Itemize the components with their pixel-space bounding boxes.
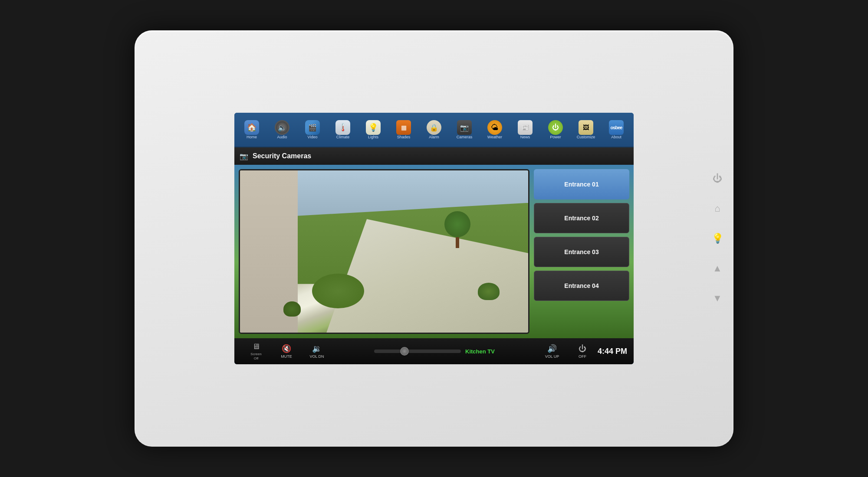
lights-icon: 💡: [366, 120, 381, 135]
camera-feed: [239, 169, 529, 334]
tablet-up-button[interactable]: ▲: [708, 259, 727, 278]
nav-item-about[interactable]: osbee About: [603, 118, 629, 141]
nav-item-cameras[interactable]: 📷 Cameras: [451, 118, 477, 141]
nav-label-shades: Shades: [397, 135, 411, 139]
about-icon: osbee: [609, 120, 624, 135]
nav-item-weather[interactable]: 🌤 Weather: [482, 118, 508, 141]
nav-label-about: About: [611, 135, 621, 139]
video-icon: 🎬: [305, 120, 320, 135]
screen-off-icon: 🖥: [252, 342, 260, 351]
nav-item-video[interactable]: 🎬 Video: [299, 118, 326, 141]
tablet-screen: 🏠 Home 🔈 Audio 🎬 Video 🌡️ Climate 💡 Ligh…: [234, 113, 634, 364]
camera-list: Entrance 01 Entrance 02 Entrance 03 Entr…: [534, 169, 629, 334]
nav-item-customize[interactable]: 🖼 Customize: [573, 118, 599, 141]
power-icon: ⏻: [548, 120, 563, 135]
tablet-device: 🏠 Home 🔈 Audio 🎬 Video 🌡️ Climate 💡 Ligh…: [135, 30, 733, 447]
cameras-icon: 📷: [457, 120, 472, 135]
vol-dn-button[interactable]: 🔉 VOL DN: [302, 342, 332, 360]
control-bar: 🖥 ScreenOff 🔇 MUTE 🔉 VOL DN Kitchen TV 🔊…: [234, 338, 634, 364]
mute-label: MUTE: [281, 354, 292, 359]
tablet-up-icon: ▲: [713, 263, 722, 274]
camera-btn-2[interactable]: Entrance 02: [534, 203, 629, 233]
vol-dn-icon: 🔉: [312, 344, 322, 353]
volume-slider-area: Kitchen TV: [332, 348, 537, 355]
power-off-label: OFF: [579, 354, 586, 359]
time-display: 4:44 PM: [598, 347, 627, 356]
tablet-home-button[interactable]: ⌂: [708, 199, 727, 218]
nav-label-alarm: Alarm: [429, 135, 439, 139]
nav-label-news: News: [520, 135, 530, 139]
vol-dn-label: VOL DN: [309, 354, 324, 359]
shades-icon: ▦: [396, 120, 411, 135]
nav-item-home[interactable]: 🏠 Home: [239, 118, 265, 141]
volume-slider[interactable]: [374, 350, 461, 353]
nav-bar: 🏠 Home 🔈 Audio 🎬 Video 🌡️ Climate 💡 Ligh…: [234, 113, 634, 147]
audio-icon: 🔈: [275, 120, 289, 135]
weather-icon: 🌤: [487, 120, 502, 135]
nav-label-climate: Climate: [336, 135, 350, 139]
section-title: Security Cameras: [253, 152, 311, 160]
nav-label-customize: Customize: [577, 135, 595, 139]
mute-icon: 🔇: [282, 344, 291, 353]
power-off-icon: ⏻: [579, 344, 586, 353]
nav-item-shades[interactable]: ▦ Shades: [391, 118, 417, 141]
now-playing-label: Kitchen TV: [465, 348, 495, 355]
tablet-power-icon: ⏻: [713, 173, 722, 184]
nav-item-audio[interactable]: 🔈 Audio: [269, 118, 295, 141]
nav-label-audio: Audio: [277, 135, 287, 139]
home-icon: 🏠: [244, 120, 259, 135]
nav-label-video: Video: [308, 135, 318, 139]
scene-shrub-1: [478, 283, 500, 300]
camera-btn-4[interactable]: Entrance 04: [534, 271, 629, 301]
section-header: 📷 Security Cameras: [234, 147, 634, 165]
tablet-power-button[interactable]: ⏻: [708, 169, 727, 188]
screen-off-label: ScreenOff: [250, 352, 261, 360]
customize-icon: 🖼: [579, 120, 593, 135]
climate-icon: 🌡️: [335, 120, 350, 135]
nav-label-cameras: Cameras: [457, 135, 473, 139]
main-content: 📷 Security Cameras: [234, 147, 634, 338]
tablet-light-icon: 💡: [712, 233, 723, 244]
screen-off-button[interactable]: 🖥 ScreenOff: [241, 340, 271, 362]
nav-label-power: Power: [550, 135, 561, 139]
vol-up-button[interactable]: 🔊 VOL UP: [537, 342, 567, 360]
slider-thumb[interactable]: [400, 347, 409, 356]
power-off-button[interactable]: ⏻ OFF: [567, 343, 598, 360]
side-panel: ⏻ ⌂ 💡 ▲ ▼: [701, 160, 733, 317]
section-header-icon: 📷: [240, 152, 248, 160]
content-area: Entrance 01 Entrance 02 Entrance 03 Entr…: [234, 165, 634, 338]
vol-up-label: VOL UP: [545, 354, 559, 359]
tablet-down-button[interactable]: ▼: [708, 289, 727, 308]
nav-item-lights[interactable]: 💡 Lights: [360, 118, 386, 141]
nav-item-power[interactable]: ⏻ Power: [542, 118, 569, 141]
news-icon: 📰: [518, 120, 533, 135]
camera-btn-3[interactable]: Entrance 03: [534, 237, 629, 267]
camera-feed-image: [240, 170, 528, 333]
nav-label-lights: Lights: [368, 135, 378, 139]
vol-up-icon: 🔊: [547, 344, 557, 353]
tablet-light-button[interactable]: 💡: [708, 229, 727, 248]
camera-btn-1[interactable]: Entrance 01: [534, 169, 629, 199]
scene-shrub-2: [283, 301, 301, 317]
tablet-down-icon: ▼: [713, 293, 722, 304]
tablet-home-icon: ⌂: [714, 203, 720, 214]
nav-label-home: Home: [247, 135, 257, 139]
scene-lawn-circle: [312, 274, 364, 308]
mute-button[interactable]: 🔇 MUTE: [271, 342, 302, 360]
nav-item-news[interactable]: 📰 News: [512, 118, 538, 141]
nav-item-alarm[interactable]: 🔒 Alarm: [421, 118, 447, 141]
nav-item-climate[interactable]: 🌡️ Climate: [330, 118, 356, 141]
scene-tree: [444, 211, 470, 246]
nav-label-weather: Weather: [487, 135, 502, 139]
alarm-icon: 🔒: [427, 120, 441, 135]
